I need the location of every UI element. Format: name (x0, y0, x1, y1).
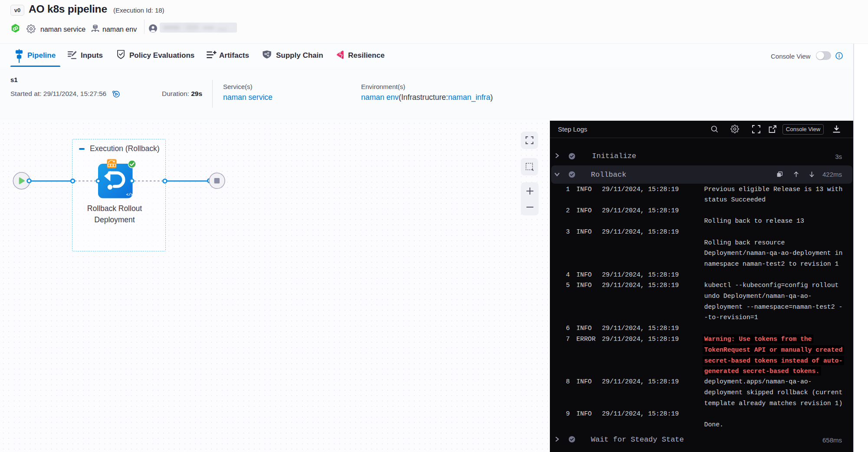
svg-text:</>: </> (126, 193, 133, 197)
